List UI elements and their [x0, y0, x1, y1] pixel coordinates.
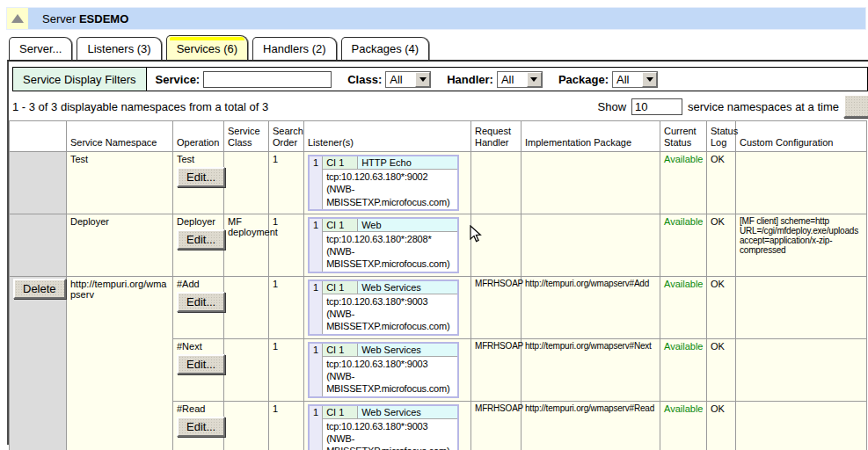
handler-filter-label: Handler: — [447, 73, 493, 86]
listener-channel-cell: CI 1 — [323, 405, 358, 419]
listener-address: tcp:10.120.63.180*:2808* — [326, 233, 454, 245]
edit-button[interactable]: Edit... — [177, 167, 225, 187]
listener-address: tcp:10.120.63.180*:9003 — [326, 420, 454, 432]
table-row: DeployerDeployerEdit...MF deployment11CI… — [10, 214, 867, 276]
listeners-cell: 1CI 1Web Servicestcp:10.120.63.180*:9003… — [304, 401, 471, 450]
listener-address-cell: tcp:10.120.63.180*:9002(NWB-MBISSETXP.mi… — [323, 170, 458, 210]
operation-cell: DeployerEdit... — [173, 214, 224, 276]
operation-label: #Add — [177, 279, 220, 289]
operation-cell: #ReadEdit... — [173, 401, 224, 450]
package-filter-label: Package: — [558, 73, 609, 86]
custom-configuration-cell: [MF client] scheme=http URL=/cgi/mfdeplo… — [736, 214, 867, 276]
status-badge: Available — [664, 403, 703, 414]
service-filter-label: Service: — [156, 73, 201, 86]
tab-listeners[interactable]: Listeners (3) — [77, 37, 161, 61]
listener-table: 1CI 1Web Servicestcp:10.120.63.180*:9003… — [308, 404, 459, 450]
listener-channel-cell: CI 1 — [323, 280, 358, 294]
class-filter-label: Class: — [347, 73, 382, 86]
implementation-package-cell — [522, 152, 660, 214]
table-header: Service NamespaceOperationService ClassS… — [10, 121, 867, 152]
current-status-cell: Available — [660, 276, 707, 338]
listener-index-cell: 1 — [309, 218, 323, 272]
edit-button[interactable]: Edit... — [177, 229, 225, 250]
show-count-input[interactable] — [631, 98, 682, 115]
row-action-cell — [10, 152, 67, 214]
class-filter-select[interactable]: All — [385, 71, 431, 88]
service-class-cell — [224, 401, 269, 450]
listener-index-cell: 1 — [309, 405, 323, 450]
request-handler-cell: MFRHSOAP — [471, 401, 522, 450]
listener-address-cell: tcp:10.120.63.180*:9003(NWB-MBISSETXP.mi… — [323, 294, 458, 334]
tab-services[interactable]: Services (6) — [166, 35, 248, 61]
triangle-up-icon — [11, 14, 24, 23]
edit-button[interactable]: Edit... — [177, 417, 225, 437]
tab-server[interactable]: Server... — [9, 37, 72, 61]
package-filter-value: All — [613, 73, 642, 86]
listeners-cell: 1CI 1Web Servicestcp:10.120.63.180*:9003… — [304, 338, 471, 401]
listener-channel-cell: CI 1 — [323, 156, 358, 170]
custom-configuration-cell — [736, 276, 867, 338]
status-log-cell: OK — [707, 401, 736, 450]
handler-filter-value: All — [498, 73, 527, 86]
listener-row-bottom: tcp:10.120.63.180*:9003(NWB-MBISSETXP.mi… — [309, 418, 458, 450]
column-header: Service Class — [224, 121, 269, 152]
show-label: Show — [598, 100, 627, 113]
listener-address-cell: tcp:10.120.63.180*:2808*(NWB-MBISSETXP.m… — [323, 231, 458, 272]
implementation-package-cell: http://tempuri.org/wmapserv#Add — [522, 276, 660, 338]
chevron-down-icon — [419, 77, 427, 82]
chevron-down-icon — [530, 77, 537, 82]
column-header: Request Handler — [471, 121, 522, 152]
table-row: Deletehttp://tempuri.org/wmapserv#AddEdi… — [10, 276, 867, 338]
listener-row-top: 1CI 1Web Services — [309, 343, 458, 357]
listener-host: (NWB-MBISSETXP.microfocus.com) — [326, 308, 454, 333]
namespace-cell: Deployer — [67, 214, 173, 276]
current-status-cell: Available — [660, 338, 707, 401]
listener-type-cell: Web Services — [358, 405, 458, 419]
current-status-cell: Available — [660, 152, 707, 214]
namespace-cell: http://tempuri.org/wmapserv — [67, 276, 173, 450]
listener-index-cell: 1 — [309, 156, 323, 210]
page-nav-button[interactable] — [843, 94, 868, 118]
listener-channel-cell: CI 1 — [323, 343, 358, 357]
package-filter-select[interactable]: All — [612, 71, 658, 88]
listener-row-top: 1CI 1Web Services — [309, 405, 458, 419]
listener-address: tcp:10.120.63.180*:9003 — [326, 358, 454, 370]
column-header: Search Order — [269, 121, 304, 152]
service-filter-input[interactable] — [203, 71, 332, 88]
tab-packages[interactable]: Packages (4) — [341, 37, 430, 61]
request-handler-cell — [471, 152, 522, 214]
show-suffix: service namespaces at a time — [688, 100, 839, 113]
tab-handlers[interactable]: Handlers (2) — [252, 37, 337, 61]
search-order-cell: 1 — [269, 338, 304, 401]
service-class-cell — [224, 276, 269, 338]
listener-address-cell: tcp:10.120.63.180*:9003(NWB-MBISSETXP.mi… — [323, 356, 458, 396]
operation-cell: #NextEdit... — [173, 338, 224, 401]
handler-dropdown-button[interactable] — [527, 72, 542, 87]
listener-table: 1CI 1HTTP Echotcp:10.120.63.180*:9002(NW… — [308, 155, 459, 211]
status-badge: Available — [664, 341, 703, 352]
listener-row-bottom: tcp:10.120.63.180*:9003(NWB-MBISSETXP.mi… — [309, 294, 458, 334]
results-summary-row: 1 - 3 of 3 displayable namespaces from a… — [12, 96, 839, 117]
listener-address: tcp:10.120.63.180*:9003 — [326, 295, 454, 308]
status-log-cell: OK — [707, 152, 736, 214]
collapse-button[interactable] — [7, 8, 28, 29]
services-table: Service NamespaceOperationService ClassS… — [9, 120, 867, 450]
service-class-cell: MF deployment — [224, 214, 269, 276]
listener-host: (NWB-MBISSETXP.microfocus.com) — [326, 183, 454, 208]
class-dropdown-button[interactable] — [415, 72, 430, 87]
title-prefix: Server — [42, 12, 76, 25]
edit-button[interactable]: Edit... — [177, 292, 225, 312]
filter-title: Service Display Filters — [13, 68, 147, 91]
listener-row-top: 1CI 1HTTP Echo — [309, 156, 458, 170]
custom-configuration-cell — [736, 152, 867, 214]
delete-button[interactable]: Delete — [13, 279, 66, 299]
request-handler-cell — [471, 214, 522, 276]
listener-table: 1CI 1Web Servicestcp:10.120.63.180*:9003… — [308, 342, 459, 398]
handler-filter-select[interactable]: All — [497, 71, 543, 88]
namespace-cell: Test — [67, 152, 173, 214]
column-header: Listener(s) — [304, 121, 471, 152]
search-order-cell: 1 — [269, 276, 304, 338]
package-dropdown-button[interactable] — [642, 72, 657, 87]
edit-button[interactable]: Edit... — [177, 354, 225, 374]
column-header: Custom Configuration — [736, 121, 867, 152]
